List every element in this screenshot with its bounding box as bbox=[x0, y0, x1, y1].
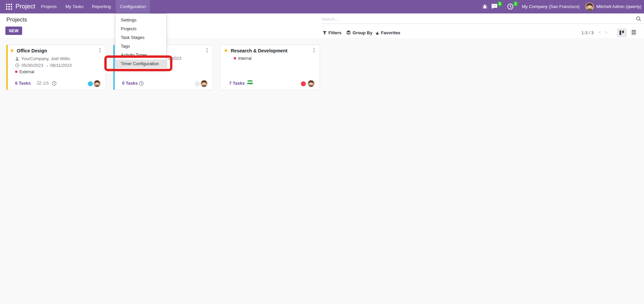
favorites-label: Favorites bbox=[381, 30, 400, 35]
tag-label: Internal bbox=[238, 56, 252, 61]
filters-label: Filters bbox=[328, 30, 341, 35]
menu-item-settings[interactable]: Settings bbox=[115, 16, 166, 25]
page-title: Projects bbox=[6, 16, 27, 23]
pager-range: 1-3 / 3 bbox=[581, 30, 594, 35]
card-avatar[interactable] bbox=[308, 80, 315, 87]
tag-dot-icon bbox=[15, 71, 17, 73]
user-avatar[interactable] bbox=[585, 2, 594, 11]
checklist-count: 1/3 bbox=[43, 81, 48, 86]
menu-item-task-stages[interactable]: Task Stages bbox=[115, 33, 166, 42]
card-avatar[interactable] bbox=[94, 80, 101, 87]
top-navbar: Project Projects My Tasks Reporting Conf… bbox=[0, 0, 644, 13]
search-icon[interactable] bbox=[636, 16, 641, 21]
card-avatar[interactable] bbox=[201, 80, 208, 87]
card-menu-icon[interactable]: ⋮ bbox=[312, 47, 317, 53]
tag-label: External bbox=[19, 70, 34, 74]
tag-dot-icon bbox=[234, 57, 236, 59]
debug-bug-icon[interactable] bbox=[482, 4, 488, 10]
pager-next-icon[interactable]: › bbox=[605, 28, 607, 36]
menu-item-activity-types[interactable]: Activity Types bbox=[115, 51, 166, 59]
card-tasks-count[interactable]: 0 Tasks bbox=[122, 81, 138, 86]
filters-button[interactable]: Filters bbox=[323, 30, 341, 36]
activities-badge: 2 bbox=[513, 1, 518, 6]
messages-icon[interactable] bbox=[491, 3, 498, 10]
card-partner: YourCompany, Joel Willis bbox=[21, 56, 70, 61]
apps-grid-icon[interactable] bbox=[6, 4, 12, 10]
project-card-research-development[interactable]: ★ Research & Development ⋮ Internal 7 Ta… bbox=[220, 45, 320, 90]
card-date-range: 05/30/2023 → 08/11/2023 bbox=[21, 63, 71, 68]
status-circle[interactable] bbox=[301, 81, 306, 86]
status-circle[interactable] bbox=[195, 81, 200, 86]
favorite-star-icon[interactable]: ★ bbox=[223, 47, 228, 54]
menu-item-projects[interactable]: Projects bbox=[115, 25, 166, 33]
card-accent-bar bbox=[113, 45, 115, 90]
favorites-button[interactable]: ★Favorites bbox=[375, 30, 400, 36]
project-card-office-design[interactable]: ★ Office Design ⋮ YourCompany, Joel Will… bbox=[6, 45, 106, 90]
group-by-label: Group By bbox=[353, 30, 372, 35]
app-name[interactable]: Project bbox=[15, 3, 35, 10]
messages-badge: 5 bbox=[497, 1, 502, 6]
card-timer-icon[interactable] bbox=[52, 81, 57, 86]
menu-projects[interactable]: Projects bbox=[37, 0, 61, 13]
configuration-dropdown-menu: Settings Projects Task Stages Tags Activ… bbox=[115, 13, 167, 71]
status-circle[interactable] bbox=[88, 81, 93, 86]
favorite-star-icon[interactable]: ★ bbox=[9, 47, 14, 54]
card-menu-icon[interactable]: ⋮ bbox=[205, 47, 210, 53]
card-tasks-count[interactable]: 6 Tasks bbox=[15, 81, 31, 86]
card-checklist: 1/3 bbox=[37, 81, 49, 86]
activities-clock-icon[interactable] bbox=[507, 3, 514, 10]
card-accent-bar bbox=[6, 45, 8, 90]
card-dates-row: 05/30/2023 → 08/11/2023 bbox=[15, 63, 71, 68]
card-tag-row: External bbox=[15, 69, 34, 74]
menu-my-tasks[interactable]: My Tasks bbox=[61, 0, 88, 13]
search-input[interactable] bbox=[321, 15, 630, 23]
user-name[interactable]: Mitchell Admin (qwerty) bbox=[596, 0, 641, 13]
menu-configuration[interactable]: Configuration bbox=[116, 0, 150, 13]
card-tasks-count[interactable]: 7 Tasks bbox=[229, 81, 245, 86]
new-button[interactable]: NEW bbox=[5, 27, 22, 35]
menu-item-timer-configuration[interactable]: Timer Configuration bbox=[115, 59, 166, 68]
clock-icon bbox=[15, 63, 19, 68]
kanban-view: ★ Office Design ⋮ YourCompany, Joel Will… bbox=[0, 39, 644, 304]
favorites-star-icon: ★ bbox=[375, 31, 379, 36]
menu-reporting[interactable]: Reporting bbox=[88, 0, 115, 13]
card-title: Research & Development bbox=[231, 48, 287, 53]
search-bar bbox=[321, 14, 644, 24]
checklist-icon bbox=[37, 81, 42, 85]
menu-item-tags[interactable]: Tags bbox=[115, 42, 166, 51]
group-by-button[interactable]: Group By bbox=[346, 30, 372, 36]
card-partner-row: YourCompany, Joel Willis bbox=[15, 56, 70, 61]
company-switcher[interactable]: My Company (San Francisco) bbox=[522, 0, 580, 13]
view-switcher-kanban-icon[interactable] bbox=[617, 28, 627, 37]
card-title: Office Design bbox=[17, 48, 47, 53]
view-switcher-list-icon[interactable] bbox=[631, 30, 638, 36]
card-tag-row: Internal bbox=[234, 56, 252, 61]
card-timer-icon[interactable] bbox=[139, 81, 144, 86]
control-panel: Projects NEW Filters Group By ★Favorites… bbox=[0, 13, 644, 39]
person-icon bbox=[15, 57, 19, 61]
team-group-icon[interactable] bbox=[247, 80, 253, 86]
card-menu-icon[interactable]: ⋮ bbox=[98, 47, 103, 53]
pager-prev-icon[interactable]: ‹ bbox=[599, 28, 601, 36]
card-date-fragment: 2/2023 bbox=[168, 56, 181, 61]
